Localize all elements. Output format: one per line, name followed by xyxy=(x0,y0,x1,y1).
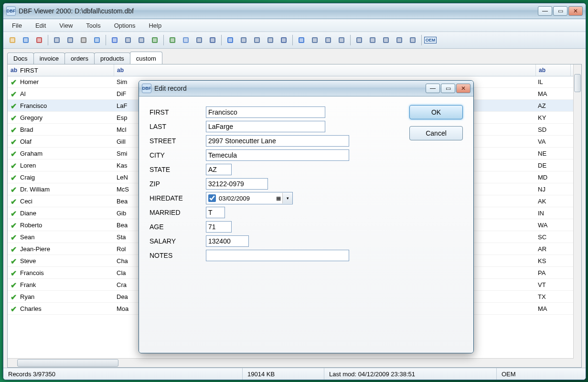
input-hiredate[interactable]: 03/02/2009 ▦ ▾ xyxy=(206,192,293,204)
input-street[interactable] xyxy=(206,135,349,147)
label-hiredate: HIREDATE xyxy=(150,194,206,202)
tab-custom[interactable]: custom xyxy=(130,52,162,64)
svg-rect-15 xyxy=(113,38,117,42)
input-salary[interactable] xyxy=(206,235,249,247)
cell-state: KY xyxy=(538,114,546,121)
replace-button[interactable] xyxy=(135,34,148,46)
cell-first: Brad xyxy=(20,126,33,133)
ok-button[interactable]: OK xyxy=(409,105,463,119)
cell-last: Cha xyxy=(117,257,128,265)
save-button[interactable] xyxy=(91,34,103,46)
paste-button[interactable] xyxy=(193,34,205,46)
cell-first: Graham xyxy=(20,150,43,157)
input-state[interactable] xyxy=(206,164,232,175)
new-button[interactable] xyxy=(20,34,32,46)
hiredate-checkbox[interactable] xyxy=(208,194,216,202)
oem-button[interactable]: OEM xyxy=(424,34,437,46)
titlebar[interactable]: DBF DBF Viewer 2000: D:\dbfall\custom.db… xyxy=(3,3,586,19)
menu-help[interactable]: Help xyxy=(142,19,168,32)
tree-button[interactable] xyxy=(64,34,76,46)
bottom-button[interactable] xyxy=(366,34,379,46)
svg-rect-25 xyxy=(184,38,188,42)
input-married[interactable] xyxy=(206,207,225,218)
vertical-scrollbar[interactable] xyxy=(573,64,581,367)
menu-tools[interactable]: Tools xyxy=(79,19,107,32)
column-header[interactable]: ab xyxy=(536,64,571,76)
input-zip[interactable] xyxy=(206,178,268,190)
horizontal-scrollbar[interactable] xyxy=(8,358,574,367)
tab-docs[interactable]: Docs xyxy=(7,53,34,64)
open-button[interactable] xyxy=(6,34,19,46)
check-icon: ✔ xyxy=(11,281,18,288)
undo-button[interactable] xyxy=(149,34,161,46)
cell-last: Bea xyxy=(117,198,128,205)
cell-last: LaF xyxy=(117,102,127,109)
menu-file[interactable]: File xyxy=(5,19,29,32)
input-first[interactable] xyxy=(206,106,325,118)
scroll-thumb[interactable] xyxy=(574,74,581,92)
dialog-close-button[interactable]: ✕ xyxy=(456,84,470,93)
cell-last: Gib xyxy=(117,210,126,217)
font-button[interactable] xyxy=(406,34,419,46)
close-button[interactable]: ✕ xyxy=(568,6,583,16)
find-button[interactable] xyxy=(108,34,121,46)
input-last[interactable] xyxy=(206,121,325,132)
redo-button[interactable] xyxy=(166,34,179,46)
svg-rect-21 xyxy=(153,38,157,42)
cell-state: MA xyxy=(538,90,547,97)
input-age[interactable] xyxy=(206,221,232,233)
label-last: LAST xyxy=(150,123,206,130)
svg-rect-17 xyxy=(126,38,130,42)
cut-button[interactable] xyxy=(51,34,63,46)
menu-options[interactable]: Options xyxy=(107,19,142,32)
dialog-minimize-button[interactable]: — xyxy=(426,84,440,93)
scroll-thumb[interactable] xyxy=(17,359,118,367)
font-color-button[interactable] xyxy=(380,34,392,46)
tab-orders[interactable]: orders xyxy=(64,53,95,64)
cell-first: Diane xyxy=(20,210,36,217)
info-button[interactable] xyxy=(224,34,236,46)
flag-button[interactable] xyxy=(309,34,321,46)
check-icon: ✔ xyxy=(11,245,18,253)
find-next-button[interactable] xyxy=(122,34,134,46)
grid-button[interactable] xyxy=(278,34,290,46)
minimize-button[interactable]: — xyxy=(538,6,552,16)
dialog-titlebar[interactable]: DBF Edit record — ▭ ✕ xyxy=(139,81,473,96)
check-icon: ✔ xyxy=(11,173,18,181)
top-button[interactable] xyxy=(322,34,334,46)
svg-rect-55 xyxy=(397,38,401,42)
sum-button[interactable] xyxy=(295,34,308,46)
up-button[interactable] xyxy=(335,34,348,46)
menu-edit[interactable]: Edit xyxy=(29,19,53,32)
column-header[interactable]: abFIRST xyxy=(8,64,114,76)
menu-view[interactable]: View xyxy=(53,19,79,32)
filter-button[interactable] xyxy=(264,34,277,46)
tab-products[interactable]: products xyxy=(94,53,130,64)
svg-rect-41 xyxy=(299,38,303,42)
dropdown-icon[interactable]: ▾ xyxy=(282,193,292,203)
maximize-button[interactable]: ▭ xyxy=(553,6,567,16)
tab-invoice[interactable]: invoice xyxy=(33,53,65,64)
cell-last: Kas xyxy=(117,162,127,169)
dialog-maximize-button[interactable]: ▭ xyxy=(441,84,455,93)
cell-first: Francisco xyxy=(20,102,47,109)
sort-button[interactable] xyxy=(206,34,219,46)
column-header[interactable]: ab xyxy=(114,64,536,76)
calendar-icon[interactable]: ▦ xyxy=(275,195,282,202)
cell-state: AZ xyxy=(538,102,546,109)
label-salary: SALARY xyxy=(150,237,206,245)
copy-color-button[interactable] xyxy=(393,34,406,46)
down-button[interactable] xyxy=(353,34,365,46)
svg-rect-1 xyxy=(11,38,14,42)
copy-button[interactable] xyxy=(180,34,192,46)
drop-button[interactable] xyxy=(237,34,250,46)
struct-button[interactable] xyxy=(251,34,263,46)
input-city[interactable] xyxy=(206,149,349,161)
cell-state: SC xyxy=(538,233,546,241)
tab-row: Docsinvoiceordersproductscustom xyxy=(3,49,586,64)
delete-button[interactable] xyxy=(33,34,45,46)
input-notes[interactable] xyxy=(206,250,349,261)
print-button[interactable] xyxy=(77,34,90,46)
svg-rect-19 xyxy=(139,38,143,42)
cancel-button[interactable]: Cancel xyxy=(409,126,463,140)
